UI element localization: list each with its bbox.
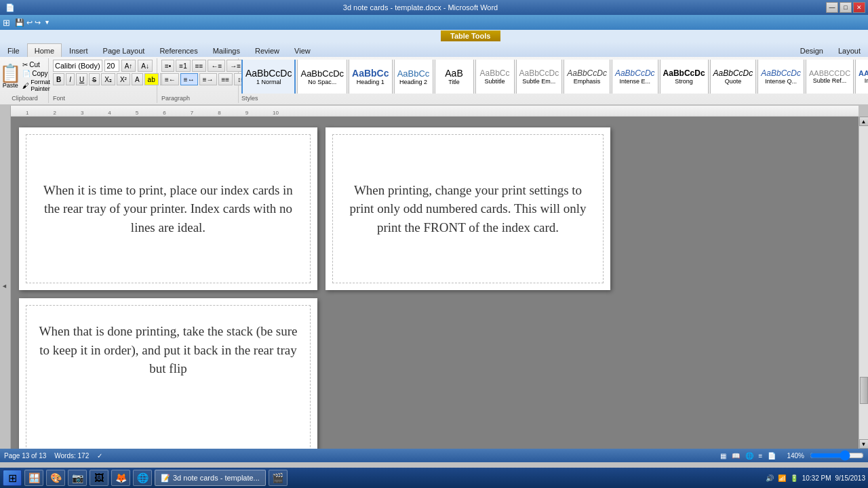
word-icon: 📝 [161, 474, 170, 483]
view-outline-icon[interactable]: ≡ [759, 452, 763, 460]
status-bar: Page 13 of 13 Words: 172 ✓ ▦ 📖 🌐 ≡ 📄 140… [0, 449, 868, 462]
zoom-level: 140% [787, 452, 804, 460]
subscript-btn[interactable]: X₂ [101, 73, 115, 85]
ruler-tick: 7 [191, 110, 193, 116]
taskbar-app-chrome[interactable]: 🌐 [133, 470, 152, 486]
paste-label: Paste [3, 82, 18, 89]
style-intense-e[interactable]: AaBbCcDc Intense E... [612, 60, 658, 94]
tab-insert[interactable]: Insert [62, 43, 96, 57]
taskbar-app-explorer[interactable]: 🪟 [24, 470, 43, 486]
maximize-button[interactable]: □ [840, 2, 852, 13]
redo-quick-btn[interactable]: ↪ [35, 18, 41, 27]
document-canvas[interactable]: When it is time to print, place our inde… [11, 117, 859, 449]
scroll-down-btn[interactable]: ▼ [859, 439, 869, 449]
style-subtle-em[interactable]: AaBbCcDc Subtle Em... [516, 60, 563, 94]
italic-btn[interactable]: I [66, 73, 75, 85]
font-name-combo[interactable]: Calibri (Body) [53, 60, 102, 72]
underline-btn[interactable]: U [76, 73, 87, 85]
strikethrough-btn[interactable]: S̶ [89, 73, 100, 85]
start-button[interactable]: ⊞ [3, 470, 22, 486]
table-tools-tab[interactable]: Table Tools [441, 30, 500, 41]
tab-layout[interactable]: Layout [831, 43, 868, 57]
align-left-btn[interactable]: ≡← [161, 73, 179, 85]
undo-quick-btn[interactable]: ↩ [26, 18, 33, 27]
page-card-3[interactable]: When that is done printing, take the sta… [19, 298, 317, 449]
align-right-btn[interactable]: ≡→ [199, 73, 217, 85]
tab-design[interactable]: Design [793, 43, 831, 57]
tab-references[interactable]: References [152, 43, 205, 57]
style-title[interactable]: AaB Title [435, 60, 474, 94]
word-count: Words: 172 [54, 452, 89, 460]
style-emphasis[interactable]: AaBbCcDc Emphasis [564, 60, 610, 94]
decrease-indent-btn[interactable]: ←≡ [208, 60, 225, 72]
page-card-2[interactable]: When printing, change your print setting… [326, 127, 610, 290]
copy-button[interactable]: 📄Copy [22, 70, 50, 77]
style-normal[interactable]: AaBbCcDc 1 Normal [241, 60, 296, 94]
bullets-btn[interactable]: ≡• [161, 60, 174, 72]
scroll-thumb[interactable] [860, 377, 868, 404]
view-reading-icon[interactable]: 📖 [732, 452, 740, 460]
style-quote[interactable]: AaBbCcDc Quote [710, 60, 757, 94]
tab-mailings[interactable]: Mailings [205, 43, 248, 57]
left-scroll-handle[interactable]: ◄ [1, 283, 7, 289]
taskbar: ⊞ 🪟 🎨 📷 🖼 🦊 🌐 📝 3d note cards - template… [0, 468, 868, 488]
superscript-btn[interactable]: X² [117, 73, 130, 85]
tray-icon-3: 🔋 [790, 474, 798, 482]
card-row-2: When that is done printing, take the sta… [19, 298, 850, 449]
cut-button[interactable]: ✂Cut [22, 61, 50, 68]
justify-btn[interactable]: ≡≡ [218, 73, 233, 85]
tab-page-layout[interactable]: Page Layout [96, 43, 153, 57]
windows-start-icon[interactable]: ⊞ [3, 18, 10, 28]
format-painter-button[interactable]: 🖌Format Painter [22, 79, 50, 92]
style-intense-r[interactable]: AaBbCcDc Intense R... [855, 60, 868, 94]
styles-group-label: Styles [241, 95, 868, 102]
ruler-tick: 9 [245, 110, 248, 116]
ruler-container: 1 2 3 4 5 6 7 8 9 10 [0, 106, 868, 117]
taskbar-app-photos[interactable]: 🖼 [90, 470, 108, 486]
save-quick-btn[interactable]: 💾 [15, 18, 24, 27]
view-normal-icon[interactable]: ▦ [720, 452, 726, 460]
tab-home[interactable]: Home [27, 43, 62, 57]
taskbar-app-lightroom[interactable]: 🎨 [46, 470, 65, 486]
tray-time: 10:32 PM [802, 474, 831, 482]
close-button[interactable]: ✕ [853, 2, 865, 13]
style-strong[interactable]: AaBbCcDc Strong [660, 60, 709, 94]
style-intense-q[interactable]: AaBbCcDc Intense Q... [757, 60, 804, 94]
taskbar-app-firefox[interactable]: 🦊 [111, 470, 130, 486]
tab-review[interactable]: Review [248, 43, 287, 57]
font-size-combo[interactable]: 20 [104, 60, 119, 72]
text-effects-btn[interactable]: A [132, 73, 143, 85]
taskbar-word-app[interactable]: 📝 3d note cards - template... [155, 470, 266, 486]
bold-btn[interactable]: B [53, 73, 64, 85]
minimize-button[interactable]: — [826, 2, 838, 13]
paste-button[interactable]: 📋 Paste [0, 64, 21, 89]
style-heading2[interactable]: AaBbCc Heading 2 [394, 60, 433, 94]
taskbar-app-media[interactable]: 🎬 [269, 470, 288, 486]
multilevel-list-btn[interactable]: ≡≡ [192, 60, 207, 72]
style-no-spacing[interactable]: AaBbCcDc No Spac... [297, 60, 347, 94]
style-subtitle[interactable]: AaBbCc Subtitle [475, 60, 515, 94]
scroll-up-btn[interactable]: ▲ [859, 117, 869, 126]
ruler-tick: 5 [136, 110, 138, 116]
shrink-font-btn[interactable]: A↓ [138, 60, 153, 72]
taskbar-app-photoshop[interactable]: 📷 [68, 470, 87, 486]
quick-dropdown-icon[interactable]: ▼ [44, 19, 50, 26]
grow-font-btn[interactable]: A↑ [121, 60, 136, 72]
ruler-tick: 1 [26, 110, 28, 116]
align-center-btn[interactable]: ≡↔ [180, 73, 198, 85]
view-draft-icon[interactable]: 📄 [768, 452, 776, 460]
style-heading1[interactable]: AaBbCc Heading 1 [349, 60, 392, 94]
tray-date: 9/15/2013 [835, 474, 866, 482]
tab-file[interactable]: File [0, 43, 27, 57]
tab-view[interactable]: View [287, 43, 318, 57]
view-web-icon[interactable]: 🌐 [745, 452, 753, 460]
zoom-slider[interactable] [810, 452, 864, 459]
styles-group: AaBbCcDc 1 Normal AaBbCcDc No Spac... Aa… [239, 58, 868, 103]
vertical-scrollbar[interactable]: ▲ ▼ [859, 117, 868, 449]
numbering-btn[interactable]: ≡1 [176, 60, 190, 72]
page-card-1[interactable]: When it is time to print, place our inde… [19, 127, 317, 290]
card-inner-2: When printing, change your print setting… [332, 134, 604, 283]
style-subtle-ref[interactable]: AaBbCcDc Subtle Ref... [806, 60, 854, 94]
highlight-btn[interactable]: ab [144, 73, 159, 85]
quick-access-toolbar: ⊞ 💾 ↩ ↪ ▼ [0, 15, 868, 30]
